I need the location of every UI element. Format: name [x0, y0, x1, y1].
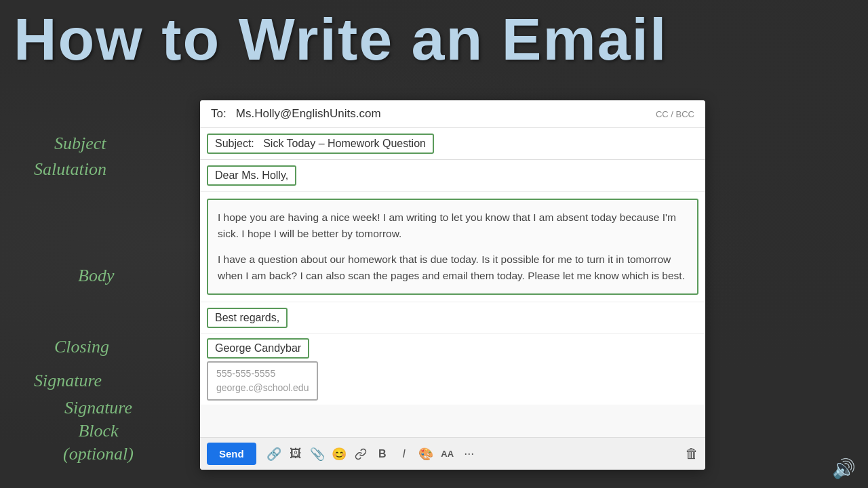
subject-row: Subject: Sick Today – Homework Question — [200, 128, 705, 160]
closing-box[interactable]: Best regards, — [207, 308, 288, 328]
image-icon[interactable]: 🖼 — [286, 445, 305, 464]
salutation-text: Dear Ms. Holly, — [215, 169, 288, 181]
body-box[interactable]: I hope you are having a nice week! I am … — [207, 199, 698, 295]
label-closing: Closing — [54, 336, 109, 359]
label-body: Body — [78, 264, 114, 287]
page-title: How to Write an Email — [14, 7, 854, 73]
body-paragraph-2: I have a question about our homework tha… — [218, 251, 688, 284]
drive-icon[interactable]: 📎 — [308, 445, 327, 464]
salutation-row: Dear Ms. Holly, — [200, 160, 705, 192]
signature-name: George Candybar — [215, 342, 301, 354]
to-row: To: Ms.Holly@EnglishUnits.com CC / BCC — [200, 100, 705, 128]
color-icon[interactable]: 🎨 — [416, 445, 435, 464]
to-email: Ms.Holly@EnglishUnits.com — [236, 107, 381, 120]
closing-row: Best regards, — [200, 302, 705, 334]
italic-icon[interactable]: I — [395, 445, 414, 464]
label-salutation: Salutation — [34, 158, 106, 181]
closing-text: Best regards, — [215, 312, 279, 323]
cc-bcc-button[interactable]: CC / BCC — [656, 109, 694, 119]
link-icon[interactable] — [351, 445, 370, 464]
body-paragraph-1: I hope you are having a nice week! I am … — [218, 209, 688, 242]
font-size-icon[interactable]: AA — [438, 445, 457, 464]
to-address: To: Ms.Holly@EnglishUnits.com — [211, 107, 381, 121]
salutation-box[interactable]: Dear Ms. Holly, — [207, 165, 296, 186]
subject-label: Subject: — [215, 138, 254, 149]
sound-icon[interactable]: 🔊 — [832, 458, 856, 480]
label-signature: Signature — [34, 369, 102, 392]
sig-block-box[interactable]: 555-555-5555 george.c@school.edu — [207, 361, 318, 401]
to-label: To: — [211, 107, 226, 120]
signature-name-box[interactable]: George Candybar — [207, 338, 309, 359]
attachment-icon[interactable]: 🔗 — [264, 445, 283, 464]
sig-email: george.c@school.edu — [216, 381, 309, 395]
sig-block-row: 555-555-5555 george.c@school.edu — [200, 360, 705, 405]
page-wrapper: How to Write an Email Subject Salutation… — [0, 0, 868, 488]
subject-value: Sick Today – Homework Question — [263, 138, 426, 149]
signature-name-row: George Candybar — [200, 334, 705, 360]
more-options-icon[interactable]: ··· — [460, 445, 479, 464]
delete-icon[interactable]: 🗑 — [685, 446, 698, 462]
bold-icon[interactable]: B — [373, 445, 392, 464]
label-sig-block: SignatureBlock(optional) — [31, 396, 166, 465]
emoji-icon[interactable]: 😊 — [330, 445, 349, 464]
send-button[interactable]: Send — [207, 443, 256, 465]
sig-phone: 555-555-5555 — [216, 367, 309, 381]
label-subject: Subject — [54, 132, 106, 155]
body-area: I hope you are having a nice week! I am … — [200, 192, 705, 302]
toolbar: Send 🔗 🖼 📎 😊 B I 🎨 AA ··· 🗑 — [200, 437, 705, 470]
subject-box[interactable]: Subject: Sick Today – Homework Question — [207, 134, 434, 154]
email-panel: To: Ms.Holly@EnglishUnits.com CC / BCC S… — [200, 100, 705, 470]
